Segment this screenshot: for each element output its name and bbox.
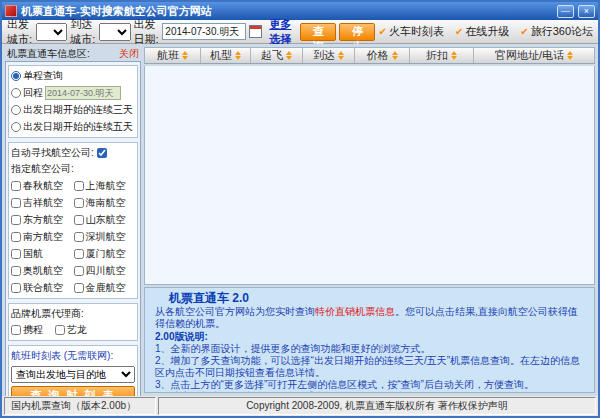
airline-option[interactable]: 南方航空	[11, 230, 73, 244]
column-header-arrival[interactable]: 到达	[303, 48, 355, 63]
online-upgrade-link[interactable]: ✔在线升级	[455, 24, 509, 39]
return-radio[interactable]	[11, 88, 21, 98]
sort-icon	[392, 51, 398, 60]
column-header-departure[interactable]: 起飞	[251, 48, 303, 63]
check-icon: ✔	[455, 26, 463, 37]
minimize-button[interactable]: —	[557, 5, 574, 18]
check-icon: ✔	[378, 26, 386, 37]
airline-checkbox[interactable]	[74, 249, 84, 259]
calendar-icon[interactable]	[249, 25, 262, 38]
check-icon: ✔	[520, 26, 528, 37]
travel360-forum-link[interactable]: ✔旅行360论坛	[520, 24, 593, 39]
table-header: 航班 机型 起飞 到达 价格 折扣 官网地址/电话	[144, 47, 595, 64]
column-header-website-phone[interactable]: 官网地址/电话	[474, 48, 594, 63]
five-days-radio[interactable]	[11, 122, 21, 132]
airline-option[interactable]: 厦门航空	[74, 247, 136, 261]
stop-button[interactable]: 停止	[339, 23, 375, 41]
airline-option[interactable]: 联合航空	[11, 281, 73, 295]
three-days-radio[interactable]	[11, 105, 21, 115]
airline-label: 联合航空	[23, 281, 63, 295]
depart-date-label: 出发日期:	[134, 17, 160, 47]
search-button[interactable]: 查询	[300, 23, 336, 41]
status-version: 国内机票查询（版本2.00b）	[4, 397, 156, 415]
sort-icon	[567, 51, 573, 60]
airline-option[interactable]: 春秋航空	[11, 179, 73, 193]
airline-label: 四川航空	[86, 264, 126, 278]
elong-checkbox[interactable]	[55, 325, 65, 335]
trip-option-oneway[interactable]: 单程查询	[11, 69, 135, 83]
airline-checkbox[interactable]	[11, 283, 21, 293]
airline-checkbox[interactable]	[11, 198, 21, 208]
airline-selection-group: 自动寻找航空公司: 指定航空公司: 春秋航空 上海航空 吉祥航空 海南航空 东方…	[8, 142, 138, 299]
arrive-city-select[interactable]	[99, 23, 131, 41]
airline-checkbox[interactable]	[74, 198, 84, 208]
airline-label: 东方航空	[23, 213, 63, 227]
airline-checkbox[interactable]	[11, 215, 21, 225]
column-header-price[interactable]: 价格	[355, 48, 410, 63]
airline-checkbox[interactable]	[74, 215, 84, 225]
airline-checkbox[interactable]	[11, 249, 21, 259]
column-header-discount[interactable]: 折扣	[410, 48, 474, 63]
trip-option-5days[interactable]: 出发日期开始的连续五天	[11, 120, 135, 134]
airline-label: 吉祥航空	[23, 196, 63, 210]
depart-city-select[interactable]	[36, 23, 68, 41]
airline-checkbox[interactable]	[11, 232, 21, 242]
toolbar-right-links: ✔火车时刻表 ✔在线升级 ✔旅行360论坛	[378, 24, 593, 39]
airline-label: 南方航空	[23, 230, 63, 244]
trip-option-return[interactable]: 回程	[11, 86, 43, 100]
version-label: 2.00版说明:	[155, 331, 584, 343]
column-header-aircraft[interactable]: 机型	[201, 48, 251, 63]
airline-option[interactable]: 国航	[11, 247, 73, 261]
airline-checkbox[interactable]	[74, 181, 84, 191]
close-button[interactable]: ×	[578, 5, 595, 18]
ctrip-checkbox[interactable]	[11, 325, 21, 335]
five-days-label: 出发日期开始的连续五天	[23, 120, 133, 134]
airline-option[interactable]: 深圳航空	[74, 230, 136, 244]
info-note-2: 2、增加了多天查询功能，可以选择“出发日期开始的连续三天/五天”机票信息查询。在…	[155, 355, 584, 379]
airline-checkbox[interactable]	[74, 283, 84, 293]
airline-option[interactable]: 东方航空	[11, 213, 73, 227]
auto-find-label: 自动寻找航空公司:	[11, 146, 94, 160]
airline-label: 山东航空	[86, 213, 126, 227]
airline-checkbox[interactable]	[11, 266, 21, 276]
airline-label: 春秋航空	[23, 179, 63, 193]
airline-checkbox[interactable]	[11, 181, 21, 191]
agent-elong[interactable]: 艺龙	[55, 323, 87, 337]
timetable-route-select[interactable]: 查询出发地与目的地	[11, 366, 135, 383]
info-note-1: 1、全新的界面设计，提供更多的查询功能和更好的浏览方式。	[155, 343, 584, 355]
train-timetable-label: 火车时刻表	[389, 24, 444, 39]
info-intro: 从各航空公司官方网站为您实时查询特价直销机票信息。您可以点击结果,直接向航空公司…	[155, 306, 584, 330]
more-options-link[interactable]: 更多选择	[269, 17, 293, 47]
agent-ctrip[interactable]: 携程	[11, 323, 43, 337]
app-window: 机票直通车-实时搜索航空公司官方网站 — × 出发城市: 到达城市: 出发日期:…	[0, 0, 600, 418]
trip-option-3days[interactable]: 出发日期开始的连续三天	[11, 103, 135, 117]
train-timetable-link[interactable]: ✔火车时刻表	[378, 24, 443, 39]
column-label: 到达	[313, 48, 335, 63]
airline-option[interactable]: 山东航空	[74, 213, 136, 227]
column-label: 折扣	[426, 48, 448, 63]
info-note-3: 3、点击上方的“更多选择”可打开左侧的信息区模式，按“查询”后自动关闭，方便查询…	[155, 379, 584, 391]
depart-date-input[interactable]	[162, 23, 246, 40]
sidebar-close-link[interactable]: 关闭	[119, 47, 139, 61]
airline-option[interactable]: 吉祥航空	[11, 196, 73, 210]
airline-grid: 春秋航空 上海航空 吉祥航空 海南航空 东方航空 山东航空 南方航空 深圳航空 …	[11, 179, 135, 295]
airline-option[interactable]: 海南航空	[74, 196, 136, 210]
info-panel: 机票直通车 2.0 从各航空公司官方网站为您实时查询特价直销机票信息。您可以点击…	[144, 287, 595, 393]
airline-option[interactable]: 金鹿航空	[74, 281, 136, 295]
airline-option[interactable]: 上海航空	[74, 179, 136, 193]
airline-option[interactable]: 四川航空	[74, 264, 136, 278]
auto-find-checkbox[interactable]	[97, 148, 107, 158]
airline-checkbox[interactable]	[74, 266, 84, 276]
sort-icon	[286, 51, 292, 60]
sort-icon	[338, 51, 344, 60]
results-table-body[interactable]	[144, 66, 595, 285]
designated-airlines-label: 指定航空公司:	[11, 162, 135, 176]
airline-checkbox[interactable]	[74, 232, 84, 242]
column-header-flight[interactable]: 航班	[145, 48, 201, 63]
info-intro-highlight: 特价直销机票信息	[315, 306, 395, 317]
sort-icon	[451, 51, 457, 60]
airline-option[interactable]: 奥凯航空	[11, 264, 73, 278]
oneway-radio[interactable]	[11, 71, 21, 81]
app-icon	[5, 5, 17, 17]
airline-label: 深圳航空	[86, 230, 126, 244]
